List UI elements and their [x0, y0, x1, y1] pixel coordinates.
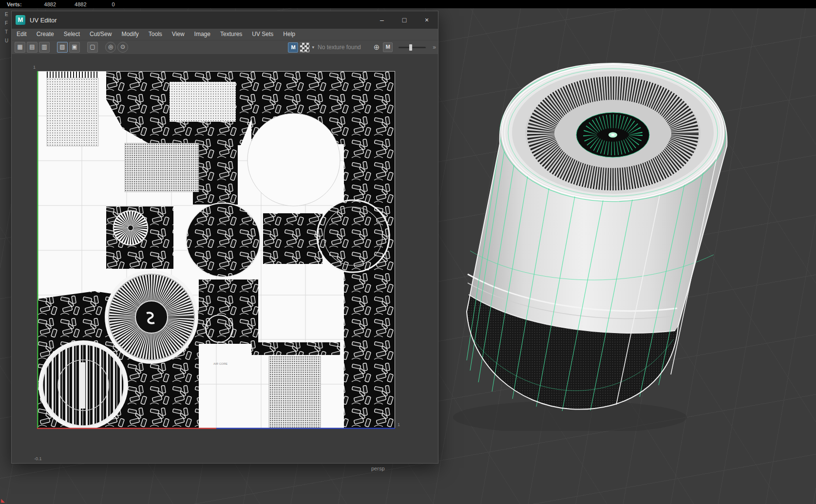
menu-modify[interactable]: Modify: [116, 29, 143, 40]
uv-circle-hole: [247, 113, 340, 206]
uv-tile-icon[interactable]: ▢: [87, 42, 98, 53]
close-button[interactable]: ×: [416, 11, 438, 29]
ruler-tick-top: 1: [33, 65, 36, 70]
uv-distortion-icon[interactable]: ▤: [27, 42, 38, 53]
menu-select[interactable]: Select: [59, 29, 85, 40]
chevron-down-icon[interactable]: ▾: [312, 45, 314, 50]
heads-up-display: Verts: 4882 4882 0: [0, 0, 816, 8]
menu-tools[interactable]: Tools: [144, 29, 167, 40]
exposure-slider[interactable]: [399, 47, 426, 48]
hud-label-faces: F: [5, 19, 8, 28]
window-controls: – □ ×: [371, 11, 438, 29]
texture-controls: M ▾ No texture found ⊕ M »: [288, 42, 435, 53]
verts-count-selected: 4882: [75, 1, 86, 7]
fan-center-dot: [611, 134, 615, 136]
camera-icon[interactable]: ⊙: [117, 42, 128, 53]
ruler-tick-bottom-right: 1: [398, 422, 400, 427]
texture-status: No texture found: [318, 44, 361, 51]
menu-help[interactable]: Help: [278, 29, 300, 40]
menu-cut-sew[interactable]: Cut/Sew: [85, 29, 116, 40]
hud-label-tris: T: [5, 28, 8, 37]
menu-image[interactable]: Image: [190, 29, 215, 40]
3d-model-viewport[interactable]: [448, 41, 740, 431]
hud-side-labels: E F T U: [5, 10, 8, 45]
target-icon[interactable]: ◎: [105, 42, 116, 53]
verts-count-extra: 0: [112, 1, 115, 7]
uv-grid-icon[interactable]: ▧: [57, 42, 68, 53]
menu-edit[interactable]: Edit: [12, 29, 32, 40]
window-title: UV Editor: [30, 17, 57, 24]
image-display-icon[interactable]: M: [288, 42, 298, 53]
uv-checker-icon[interactable]: ▣: [69, 42, 80, 53]
uv-layout-icon[interactable]: ▦: [15, 42, 25, 53]
menu-textures[interactable]: Textures: [215, 29, 247, 40]
maximize-button[interactable]: □: [393, 11, 416, 29]
uv-canvas-area[interactable]: 1 -0.1 1: [12, 54, 438, 463]
slider-handle[interactable]: [409, 44, 412, 51]
maya-logo-icon: M: [16, 15, 25, 25]
hud-label-uvs: U: [5, 37, 8, 45]
menu-create[interactable]: Create: [32, 29, 59, 40]
globe-icon[interactable]: ⊕: [374, 43, 380, 52]
material-icon[interactable]: M: [383, 42, 393, 52]
menu-view[interactable]: View: [167, 29, 190, 40]
axis-marker: ◣: [1, 498, 5, 503]
uv-canvas[interactable]: AIR CORE: [37, 71, 395, 429]
checker-display-icon[interactable]: [300, 42, 310, 53]
expand-toolbar-icon[interactable]: »: [433, 44, 435, 51]
uv-toolbar: ▦ ▤ ▥ ▧ ▣ ▢ ◎ ⊙ M ▾ No texture found ⊕ M…: [12, 40, 438, 55]
uv-editor-window: M UV Editor – □ × Edit Create Select Cut…: [11, 11, 438, 464]
verts-label: Verts:: [7, 1, 22, 7]
uv-shells-icon[interactable]: ▥: [39, 42, 50, 53]
texture-label: AIR CORE: [213, 362, 228, 365]
minimize-button[interactable]: –: [371, 11, 393, 29]
camera-label: persp: [371, 466, 385, 471]
window-titlebar[interactable]: M UV Editor – □ ×: [12, 11, 438, 29]
hud-label-edges: E: [5, 10, 8, 19]
verts-count: 4882: [44, 1, 56, 7]
ruler-tick-bottom-left: -0.1: [34, 456, 42, 461]
menu-uv-sets[interactable]: UV Sets: [247, 29, 278, 40]
menu-bar: Edit Create Select Cut/Sew Modify Tools …: [12, 29, 438, 40]
